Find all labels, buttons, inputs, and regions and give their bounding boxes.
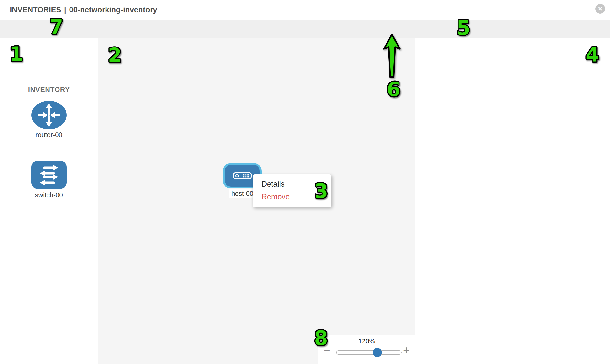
breadcrumb-section: INVENTORIES [10, 5, 61, 14]
zoom-control: 120% − + [318, 335, 415, 364]
toolbar: ACTIONS SEARCH [0, 20, 610, 38]
svg-text:4: 4 [585, 44, 599, 66]
annotation-1: 1 [4, 40, 28, 65]
palette-item-switch-label[interactable]: switch-00 [0, 191, 98, 199]
annotation-8: 8 [309, 324, 333, 350]
palette-item-router-label[interactable]: router-00 [0, 131, 98, 139]
svg-text:3: 3 [314, 180, 328, 202]
annotation-3: 3 [309, 177, 333, 203]
switch-icon[interactable] [31, 160, 67, 190]
annotation-6: 6 [382, 76, 405, 101]
router-icon[interactable] [31, 100, 67, 130]
svg-text:8: 8 [314, 327, 328, 350]
palette-title: INVENTORY [0, 86, 98, 93]
annotation-4: 4 [581, 41, 604, 66]
details-panel: DETAILS * HOST NAME ? DESCRIPTION VARIAB… [415, 38, 610, 364]
zoom-in-icon[interactable]: + [403, 345, 410, 356]
svg-text:7: 7 [50, 15, 63, 38]
svg-text:5: 5 [456, 17, 470, 39]
annotation-7: 7 [45, 13, 68, 39]
header-bar: INVENTORIES|00-networking-inventory × [0, 0, 610, 20]
zoom-level-value: 120% [318, 338, 415, 345]
svg-text:2: 2 [108, 44, 122, 66]
annotation-5: 5 [452, 14, 475, 40]
inventory-topology-window: INVENTORIES|00-networking-inventory × AC… [0, 0, 610, 364]
svg-text:1: 1 [9, 43, 23, 65]
svg-text:6: 6 [387, 78, 401, 101]
annotation-2: 2 [103, 41, 127, 67]
annotation-arrow-up-icon [382, 34, 402, 78]
zoom-slider-track[interactable] [336, 350, 402, 355]
breadcrumb-title: 00-networking-inventory [69, 5, 157, 14]
close-icon[interactable]: × [595, 4, 605, 14]
host-node-label: host-00 [229, 189, 256, 198]
zoom-slider-thumb[interactable] [373, 348, 382, 357]
breadcrumb-separator: | [64, 5, 66, 14]
inventory-palette: INVENTORY router-00 [0, 38, 98, 364]
page-title: INVENTORIES|00-networking-inventory [10, 5, 157, 14]
host-icon [232, 171, 253, 180]
